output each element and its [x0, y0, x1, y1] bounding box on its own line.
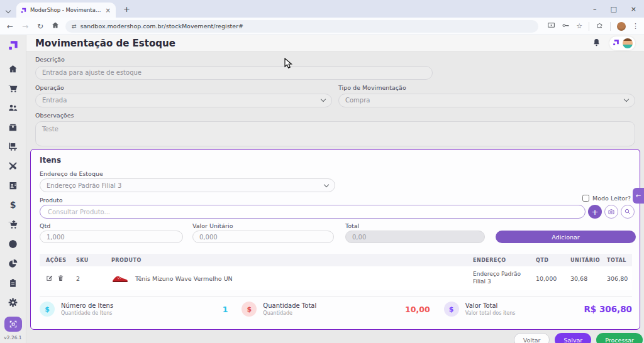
screen: ModerShop - Movimentação d × + – □ × ← →… [0, 0, 644, 343]
password-key-icon[interactable] [562, 20, 570, 32]
summary-value: 10,00 [405, 305, 430, 314]
modo-leitor-input[interactable] [582, 195, 589, 202]
sidebar-item-customers[interactable] [8, 103, 18, 112]
summary-bar: $ Número de ItensQuantidade de Itens 1 $… [40, 302, 632, 317]
barcode-scan-button[interactable] [4, 317, 22, 332]
user-menu[interactable] [609, 36, 635, 50]
summary-value: R$ 306,80 [584, 304, 632, 314]
browser-menu-icon[interactable]: ⋮ [632, 22, 639, 30]
toolbar-separator [589, 22, 589, 31]
trash-icon[interactable] [57, 275, 64, 283]
url-bar[interactable]: ⇄ sandbox.modershop.com.br/stockMovement… [65, 20, 538, 33]
tipo-movimentacao-label: Tipo de Movimentação [338, 84, 635, 91]
total-input [345, 231, 485, 243]
sidebar-item-settings[interactable] [8, 298, 18, 307]
forward-button[interactable]: → [20, 22, 30, 31]
search-product-button[interactable] [621, 205, 635, 219]
stock-movement-form: Descrição Operação Entrada Tipo de Movim… [35, 52, 635, 149]
page-title: Movimentação de Estoque [35, 38, 175, 49]
descricao-input[interactable] [35, 66, 433, 80]
endereco-estoque-select[interactable]: Endereço Padrão Filial 3 [40, 178, 335, 192]
adicionar-button[interactable]: Adicionar [496, 231, 636, 243]
col-produto: PRODUTO [105, 258, 467, 263]
user-avatar[interactable] [623, 38, 633, 48]
row-endereco: Endereço Padrão Filial 3 [467, 271, 530, 285]
summary-subtitle: Quantidade de Itens [61, 310, 113, 316]
window-minimize-button[interactable]: – [593, 5, 597, 13]
observacoes-textarea[interactable]: Teste [35, 121, 635, 146]
row-produto: Tênis Mizuno Wave Vermelho UN [135, 275, 233, 282]
voltar-button[interactable]: Voltar [514, 333, 550, 343]
site-settings-icon[interactable]: ⇄ [72, 23, 77, 30]
endereco-estoque-value: Endereço Padrão Filial 3 [47, 182, 121, 189]
window-close-button[interactable]: × [631, 5, 636, 13]
notifications-bell-icon[interactable] [592, 37, 601, 49]
row-unitario: 30,68 [564, 275, 601, 282]
observacoes-label: Observações [35, 112, 635, 119]
chevron-down-icon [624, 97, 629, 102]
summary-title: Valor Total [465, 302, 516, 309]
sidebar-item-reports[interactable] [8, 259, 18, 268]
sidebar-item-orders[interactable] [8, 278, 18, 288]
col-qtd: QTD [530, 258, 564, 263]
salvar-button[interactable]: Salvar [555, 333, 591, 343]
cast-icon[interactable] [547, 20, 555, 32]
itens-table: AÇÕES SKU PRODUTO ENDEREÇO QTD UNITÁRIO … [40, 254, 632, 290]
summary-numero-itens: $ Número de ItensQuantidade de Itens 1 [40, 302, 228, 317]
sidebar-item-products[interactable] [8, 122, 18, 132]
window-maximize-button[interactable]: □ [610, 5, 616, 13]
chevron-down-icon [324, 182, 329, 187]
sidebar-item-shopping-cart[interactable] [8, 84, 18, 93]
dollar-icon: $ [242, 302, 257, 317]
valor-unitario-input[interactable] [192, 231, 334, 243]
sidebar-item-home[interactable] [8, 64, 18, 74]
sidebar-item-web[interactable] [8, 239, 18, 249]
reload-button[interactable]: ↻ [35, 22, 45, 31]
dollar-icon: $ [444, 302, 459, 317]
endereco-estoque-label: Endereço de Estoque [40, 170, 103, 177]
sidebar-item-stock-movement[interactable] [8, 142, 18, 151]
app-header: Movimentação de Estoque [26, 35, 644, 52]
operacao-label: Operação [35, 84, 332, 91]
mouse-cursor [284, 58, 292, 70]
summary-quantidade-total: $ Quantidade TotalQuantidade 10,00 [242, 302, 430, 317]
sidebar-item-tools[interactable] [8, 161, 18, 171]
extensions-icon[interactable] [596, 20, 604, 32]
descricao-label: Descrição [35, 56, 635, 63]
row-qtd: 10,000 [530, 275, 564, 282]
qtd-input[interactable] [40, 231, 183, 243]
summary-valor-total: $ Valor TotalValor total dos itens R$ 30… [444, 302, 632, 317]
tipo-movimentacao-select[interactable]: Compra [338, 94, 635, 107]
bookmark-star-icon[interactable]: ☆ [576, 22, 582, 30]
main-content: Movimentação de Estoque Descrição Operaç… [26, 35, 644, 343]
summary-divider [40, 297, 632, 297]
produto-search-input[interactable] [40, 205, 586, 219]
add-product-button[interactable]: + [588, 205, 602, 219]
browser-tab[interactable]: ModerShop - Movimentação d × [16, 3, 116, 18]
tab-search-button[interactable] [0, 3, 16, 15]
operacao-select[interactable]: Entrada [35, 94, 332, 107]
qtd-label: Qtd [40, 222, 50, 229]
barcode-scan-icon [9, 320, 18, 329]
browser-profile-avatar[interactable] [617, 22, 626, 31]
edit-icon[interactable] [46, 275, 53, 283]
tipo-movimentacao-value: Compra [345, 97, 370, 104]
url-text: sandbox.modershop.com.br/stockMovement/r… [80, 23, 243, 30]
modershop-logo-small [612, 37, 620, 49]
modo-leitor-checkbox[interactable]: Modo Leitor? [582, 195, 631, 202]
tab-close-icon[interactable]: × [104, 7, 112, 14]
summary-subtitle: Quantidade [263, 310, 316, 316]
new-tab-button[interactable]: + [123, 4, 130, 14]
processar-button[interactable]: Processar [596, 333, 643, 343]
back-button[interactable]: ← [5, 22, 15, 31]
col-unitario: UNITÁRIO [564, 258, 601, 263]
side-panel-handle[interactable]: ← [633, 188, 644, 204]
camera-button[interactable] [604, 205, 618, 219]
table-row: 2 Tênis Mizuno Wave Vermelho UN Endereço… [40, 266, 632, 290]
summary-title: Quantidade Total [263, 302, 316, 309]
home-button[interactable] [50, 21, 60, 31]
sidebar-item-finance: $ [10, 200, 16, 210]
dollar-icon: $ [40, 302, 55, 317]
sidebar-item-contacts[interactable] [8, 181, 18, 190]
sidebar-item-sales[interactable] [8, 220, 18, 229]
